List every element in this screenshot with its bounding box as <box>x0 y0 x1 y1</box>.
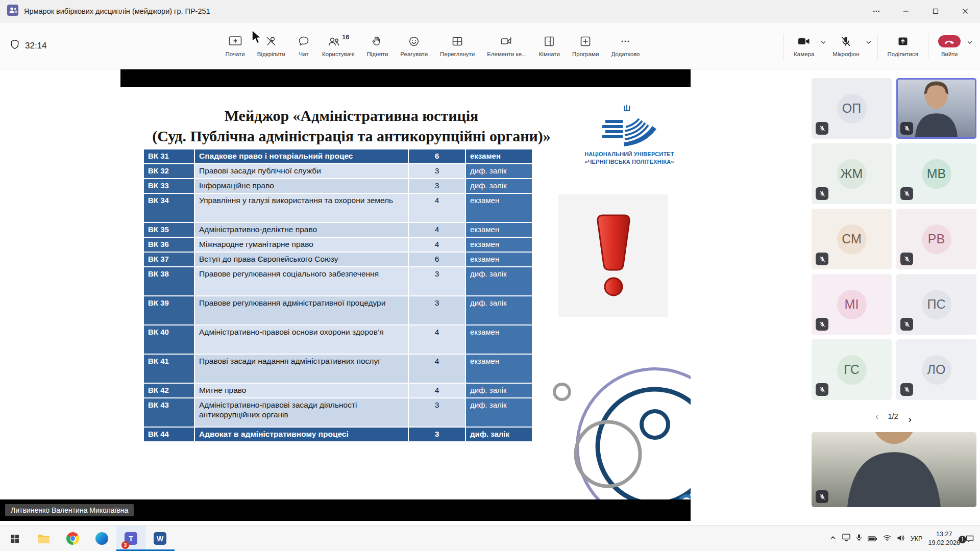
cell-credits: 3 <box>409 398 465 427</box>
participant-tile[interactable]: ПС <box>896 274 976 335</box>
avatar: СМ <box>837 224 867 254</box>
slide-title: Мейджор «Адміністративна юстиція (Суд. П… <box>120 106 582 146</box>
mic-off-icon <box>840 35 852 48</box>
logo-text-line1: НАЦІОНАЛЬНИЙ УНІВЕРСИТЕТ <box>569 151 690 158</box>
tray-expand-button[interactable] <box>829 534 837 543</box>
window-minimize-button[interactable] <box>891 0 921 22</box>
window-more-button[interactable] <box>862 0 891 22</box>
participant-tile[interactable]: МВ <box>896 143 976 204</box>
word-taskbar-button[interactable] <box>145 526 175 551</box>
cell-name: Управління у галузі використання та охор… <box>195 194 408 222</box>
cell-control: диф. залік <box>466 179 532 193</box>
chevron-down-icon[interactable] <box>819 37 827 48</box>
window-title: Ярмарок вибіркових дисциплін (мейджори) … <box>24 7 210 15</box>
mic-button[interactable]: Мікрофон <box>827 31 864 61</box>
share-button[interactable]: Поділитися <box>883 31 923 61</box>
chevron-down-icon[interactable] <box>865 37 873 48</box>
exclamation-panel <box>558 194 668 317</box>
cell-name: Вступ до права Європейського Союзу <box>195 253 408 266</box>
cell-code: ВК 34 <box>144 194 194 222</box>
cell-credits: 6 <box>409 149 465 163</box>
cell-credits: 4 <box>409 384 465 397</box>
chrome-button[interactable] <box>58 526 87 551</box>
windows-taskbar: 3 УКР 13:27 19.02.2026 1 <box>0 525 980 551</box>
participant-tile[interactable]: ЛО <box>896 339 976 400</box>
participant-tile[interactable]: СМ <box>812 209 892 269</box>
action-center-badge: 1 <box>959 536 966 543</box>
cell-name: Правове регулювання соціального забезпеч… <box>195 267 408 295</box>
table-row: ВК 33 Інформаційне право 3 диф. залік <box>144 179 530 193</box>
display-tray-icon[interactable] <box>842 534 850 543</box>
cell-code: ВК 41 <box>144 355 194 383</box>
circles-decoration <box>486 347 691 499</box>
battery-icon[interactable] <box>868 534 877 543</box>
participants-button[interactable]: 16 Користувачі <box>317 31 359 61</box>
start-button[interactable] <box>0 526 29 551</box>
cell-code: ВК 39 <box>144 296 194 324</box>
apps-button[interactable]: Програми <box>567 31 604 61</box>
cell-credits: 3 <box>409 267 465 295</box>
divider <box>928 34 928 60</box>
avatar: РВ <box>922 224 951 254</box>
cell-name: Міжнародне гуманітарне право <box>195 238 408 252</box>
cell-credits: 6 <box>409 253 465 266</box>
mic-tray-icon[interactable] <box>856 534 862 543</box>
cell-credits: 3 <box>409 179 465 193</box>
cell-name: Адвокат в адміністративному процесі <box>195 428 408 441</box>
chat-button[interactable]: Чат <box>292 31 315 61</box>
participant-tile[interactable]: ЖМ <box>812 143 892 204</box>
unpin-button[interactable]: Відкріпити <box>252 31 290 61</box>
participant-tile[interactable]: ГС <box>812 339 892 400</box>
cell-code: ВК 32 <box>144 164 194 178</box>
rooms-button[interactable]: Кімнати <box>534 31 565 61</box>
chevron-down-icon[interactable] <box>966 37 974 48</box>
speaker-video-tile[interactable] <box>812 432 976 507</box>
window-maximize-button[interactable] <box>921 0 950 22</box>
file-explorer-button[interactable] <box>29 526 58 551</box>
participant-initials: ГС <box>844 362 859 377</box>
button-label: Користувачі <box>322 51 354 57</box>
word-icon <box>154 532 166 545</box>
pager-next-button[interactable]: › <box>908 413 913 425</box>
language-indicator[interactable]: УКР <box>911 535 923 542</box>
mic-off-icon <box>900 318 913 331</box>
action-center-button[interactable]: 1 <box>966 535 974 542</box>
table-row: ВК 32 Правові засади публічної служби 3 … <box>144 164 530 178</box>
react-button[interactable]: Реагувати <box>395 31 433 61</box>
start-share-button[interactable]: Почати <box>220 31 250 61</box>
edge-button[interactable] <box>87 526 116 551</box>
leave-button[interactable]: Вийти <box>933 31 966 61</box>
table-row: ВК 37 Вступ до права Європейського Союзу… <box>144 253 530 266</box>
participant-tile[interactable]: МІ <box>812 274 892 335</box>
rooms-door-icon <box>543 35 555 48</box>
participant-video-tile[interactable] <box>896 78 976 139</box>
cell-name: Правові засади надання адміністративних … <box>195 355 408 383</box>
participant-tile[interactable]: ОП <box>812 78 892 139</box>
logo-text-line2: «ЧЕРНІГІВСЬКА ПОЛІТЕХНІКА» <box>569 158 690 166</box>
cell-code: ВК 31 <box>144 149 194 163</box>
participant-tile[interactable]: РВ <box>896 209 976 269</box>
avatar: ЛО <box>922 355 951 385</box>
mic-off-icon <box>816 253 828 265</box>
meeting-elements-button[interactable]: Елементи ке... <box>482 31 531 61</box>
mic-off-icon <box>900 122 913 135</box>
button-label: Поділитися <box>888 51 918 57</box>
view-button[interactable]: Переглянути <box>435 31 480 61</box>
raise-hand-button[interactable]: Підняти <box>362 31 394 61</box>
table-row: ВК 40 Адміністративно-правові основи охо… <box>144 325 530 354</box>
wifi-icon[interactable] <box>883 534 891 543</box>
mic-off-icon <box>816 187 828 200</box>
button-label: Підняти <box>367 51 388 57</box>
button-label: Мікрофон <box>832 51 859 57</box>
mic-off-icon <box>900 253 913 265</box>
pager-prev-button[interactable]: ‹ <box>875 411 878 421</box>
windows-logo-icon <box>10 534 19 543</box>
clock[interactable]: 13:27 19.02.2026 <box>928 530 960 547</box>
window-close-button[interactable] <box>950 0 980 22</box>
teams-taskbar-button[interactable]: 3 <box>116 526 145 551</box>
participant-initials: РВ <box>928 232 945 246</box>
more-button[interactable]: Додатково <box>606 31 645 61</box>
volume-icon[interactable] <box>897 534 905 543</box>
cell-control: екзамен <box>466 223 532 237</box>
camera-button[interactable]: Камера <box>789 31 819 61</box>
